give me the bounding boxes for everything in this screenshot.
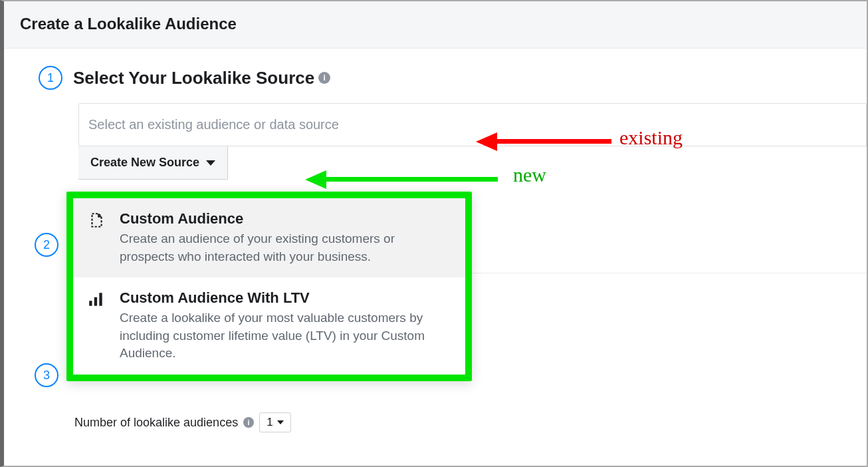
step-1-row: 1 Select Your Lookalike Source i: [39, 66, 867, 90]
app-window: Create a Lookalike Audience 1 Select You…: [0, 0, 868, 467]
dropdown-item-desc: Create an audience of your existing cust…: [120, 230, 451, 265]
svg-rect-0: [89, 301, 92, 306]
svg-rect-2: [99, 293, 102, 306]
dropdown-item-title: Custom Audience With LTV: [120, 289, 451, 307]
num-audiences-row: Number of lookalike audiences i 1: [74, 412, 291, 432]
source-search-input[interactable]: [79, 104, 866, 146]
step-1-title: Select Your Lookalike Source i: [73, 68, 330, 88]
modal-title: Create a Lookalike Audience: [20, 15, 851, 33]
annotation-label-existing: existing: [619, 126, 683, 149]
info-icon[interactable]: i: [318, 72, 330, 84]
chevron-down-icon: [277, 420, 284, 424]
num-audiences-value: 1: [267, 416, 272, 429]
step-3-number-container: 3: [35, 363, 58, 387]
dropdown-item-desc: Create a lookalike of your most valuable…: [120, 309, 451, 363]
svg-rect-1: [94, 297, 97, 306]
step-1-number: 1: [39, 66, 62, 90]
step-2-number: 2: [35, 233, 58, 257]
num-audiences-label: Number of lookalike audiences: [74, 416, 238, 430]
info-icon[interactable]: i: [243, 417, 254, 428]
annotation-label-new: new: [513, 164, 546, 186]
create-new-source-label: Create New Source: [90, 156, 199, 170]
chevron-down-icon: [206, 160, 215, 166]
dropdown-item-custom-audience-ltv[interactable]: Custom Audience With LTV Create a lookal…: [73, 277, 465, 375]
num-audiences-selector[interactable]: 1: [259, 412, 290, 432]
create-new-source-button[interactable]: Create New Source: [78, 146, 228, 180]
create-new-source-dropdown: Custom Audience Create an audience of yo…: [66, 192, 472, 381]
dropdown-item-title: Custom Audience: [120, 210, 451, 228]
source-select-container: [78, 103, 867, 146]
dropdown-item-custom-audience[interactable]: Custom Audience Create an audience of yo…: [73, 198, 465, 277]
file-icon: [88, 212, 106, 265]
bar-chart-icon: [88, 291, 106, 363]
step-3-number: 3: [35, 363, 58, 387]
step-1-title-text: Select Your Lookalike Source: [73, 68, 314, 88]
modal-header: Create a Lookalike Audience: [4, 1, 867, 49]
step-2-number-container: 2: [35, 233, 58, 257]
